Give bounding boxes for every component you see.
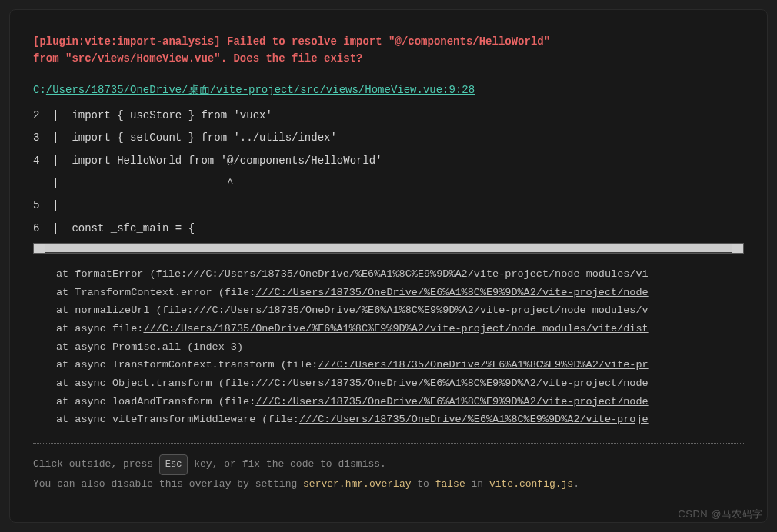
code-line: | ^ [33, 172, 744, 195]
esc-key-badge: Esc [159, 454, 188, 475]
stack-prefix: at async file: [56, 323, 143, 334]
divider [33, 443, 744, 444]
code-line: 3 | import { setCount } from '../utils/i… [33, 127, 744, 149]
stack-line: at async Object.transform (file:///C:/Us… [56, 374, 744, 393]
stack-line: at async TransformContext.transform (fil… [56, 356, 744, 374]
scroll-left-arrow-icon[interactable] [34, 244, 45, 253]
tip-text: You can also disable this overlay by set… [33, 478, 303, 490]
code-line: 2 | import { useStore } from 'vuex' [33, 105, 744, 127]
dismiss-tip: Click outside, press Esc key, or fix the… [33, 454, 744, 475]
stack-file-link[interactable]: ///C:/Users/18735/OneDrive/%E6%A1%8C%E9%… [193, 304, 648, 316]
stack-prefix: at normalizeUrl (file: [56, 304, 193, 316]
stack-file-link[interactable]: ///C:/Users/18735/OneDrive/%E6%A1%8C%E9%… [299, 414, 649, 425]
stack-prefix: at TransformContext.error (file: [56, 287, 255, 298]
tip-text: . [573, 478, 579, 490]
tip-text: Click outside, press [33, 458, 159, 470]
stack-file-link[interactable]: ///C:/Users/18735/OneDrive/%E6%A1%8C%E9%… [255, 287, 648, 298]
stack-file-link[interactable]: ///C:/Users/18735/OneDrive/%E6%A1%8C%E9%… [187, 268, 649, 280]
stack-file-link[interactable]: ///C:/Users/18735/OneDrive/%E6%A1%8C%E9%… [318, 359, 648, 371]
code-line: 5 | [33, 195, 744, 217]
scroll-right-arrow-icon[interactable] [732, 244, 743, 253]
stack-file-link[interactable]: ///C:/Users/18735/OneDrive/%E6%A1%8C%E9%… [255, 377, 648, 389]
stack-trace: at formatError (file:///C:/Users/18735/O… [56, 265, 744, 429]
error-message-1: Failed to resolve import "@/components/H… [221, 35, 550, 48]
tip-text: to [412, 478, 435, 490]
stack-prefix: at async TransformContext.transform (fil… [56, 359, 318, 371]
tip-text: key, or fix the code to dismiss. [188, 458, 385, 470]
stack-prefix: at formatError (file: [56, 268, 187, 280]
code-line: 4 | import HelloWorld from '@/components… [33, 150, 744, 172]
stack-line: at async file:///C:/Users/18735/OneDrive… [56, 320, 744, 338]
stack-prefix: at async Object.transform (file: [56, 377, 255, 389]
stack-line: at normalizeUrl (file:///C:/Users/18735/… [56, 301, 744, 320]
stack-prefix: at async loadAndTransform (file: [56, 396, 255, 407]
config-key: server.hmr.overlay [303, 478, 411, 490]
stack-line: at formatError (file:///C:/Users/18735/O… [56, 265, 744, 284]
watermark: CSDN @马农码字 [678, 507, 763, 521]
error-message-2: from "src/views/HomeView.vue". Does the … [33, 52, 362, 65]
stack-line: at async viteTransformMiddleware (file:/… [56, 411, 744, 429]
config-file: vite.config.js [489, 478, 573, 490]
stack-line: at async Promise.all (index 3) [56, 338, 744, 357]
stack-prefix: at async viteTransformMiddleware (file: [56, 414, 299, 425]
config-value: false [435, 478, 465, 490]
plugin-tag: [plugin:vite:import-analysis] [33, 35, 221, 48]
file-drive: C: [33, 84, 46, 96]
stack-file-link[interactable]: ///C:/Users/18735/OneDrive/%E6%A1%8C%E9%… [143, 323, 648, 334]
horizontal-scrollbar[interactable] [33, 243, 744, 254]
error-header: [plugin:vite:import-analysis] Failed to … [33, 33, 744, 68]
vite-error-overlay: [plugin:vite:import-analysis] Failed to … [9, 9, 768, 523]
code-line: 6 | const _sfc_main = { [33, 218, 744, 240]
file-location[interactable]: C:/Users/18735/OneDrive/桌面/vite-project/… [33, 83, 475, 97]
file-path: /Users/18735/OneDrive/桌面/vite-project/sr… [46, 84, 475, 96]
stack-prefix: at async Promise.all (index 3) [56, 341, 243, 353]
stack-file-link[interactable]: ///C:/Users/18735/OneDrive/%E6%A1%8C%E9%… [255, 396, 648, 407]
code-frame: 2 | import { useStore } from 'vuex'3 | i… [33, 105, 744, 240]
tip-text: in [465, 478, 489, 490]
disable-tip: You can also disable this overlay by set… [33, 475, 744, 494]
stack-line: at TransformContext.error (file:///C:/Us… [56, 284, 744, 302]
stack-line: at async loadAndTransform (file:///C:/Us… [56, 393, 744, 411]
